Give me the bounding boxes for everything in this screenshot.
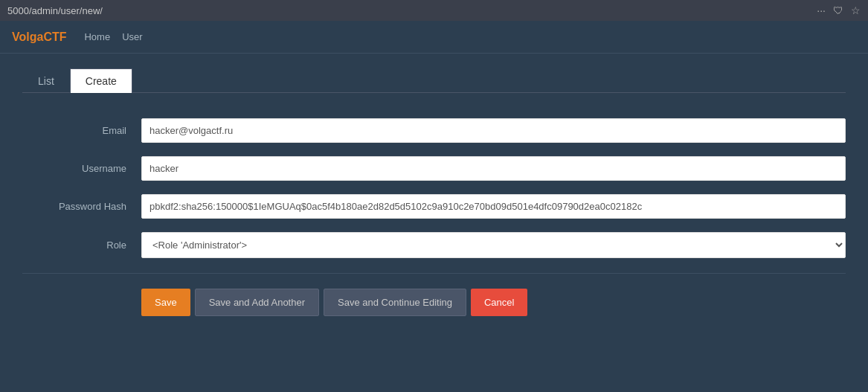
brand-name: VolgaCTF	[12, 30, 66, 44]
password-hash-row: Password Hash	[22, 194, 846, 219]
save-add-button[interactable]: Save and Add Another	[195, 289, 319, 316]
create-form: Email Username Password Hash Role <Role …	[22, 111, 846, 324]
tab-create[interactable]: Create	[70, 68, 132, 93]
tab-bar: List Create	[22, 68, 846, 93]
email-label: Email	[22, 125, 141, 136]
tab-list[interactable]: List	[22, 68, 70, 93]
email-input[interactable]	[141, 118, 846, 143]
email-row: Email	[22, 118, 846, 143]
role-label: Role	[22, 240, 141, 251]
role-row: Role <Role 'Administrator'>	[22, 232, 846, 258]
more-icon: ···	[817, 4, 826, 16]
nav-home[interactable]: Home	[84, 31, 110, 42]
nav-user[interactable]: User	[122, 31, 142, 42]
top-nav: VolgaCTF Home User	[0, 21, 868, 54]
form-divider	[22, 273, 846, 274]
main-content: List Create Email Username Password Hash…	[0, 54, 868, 392]
cancel-button[interactable]: Cancel	[471, 289, 527, 316]
username-row: Username	[22, 156, 846, 181]
star-icon: ☆	[851, 4, 861, 16]
username-label: Username	[22, 163, 141, 174]
password-hash-input[interactable]	[141, 194, 846, 219]
save-button[interactable]: Save	[141, 289, 190, 316]
browser-icons: ··· 🛡 ☆	[817, 4, 861, 16]
url-bar: 5000/admin/user/new/	[7, 5, 103, 16]
shield-icon: 🛡	[833, 4, 843, 16]
username-input[interactable]	[141, 156, 846, 181]
action-buttons: Save Save and Add Another Save and Conti…	[22, 289, 846, 316]
save-continue-button[interactable]: Save and Continue Editing	[324, 289, 466, 316]
browser-bar: 5000/admin/user/new/ ··· 🛡 ☆	[0, 0, 868, 21]
role-select[interactable]: <Role 'Administrator'>	[141, 232, 846, 258]
password-hash-label: Password Hash	[22, 201, 141, 212]
